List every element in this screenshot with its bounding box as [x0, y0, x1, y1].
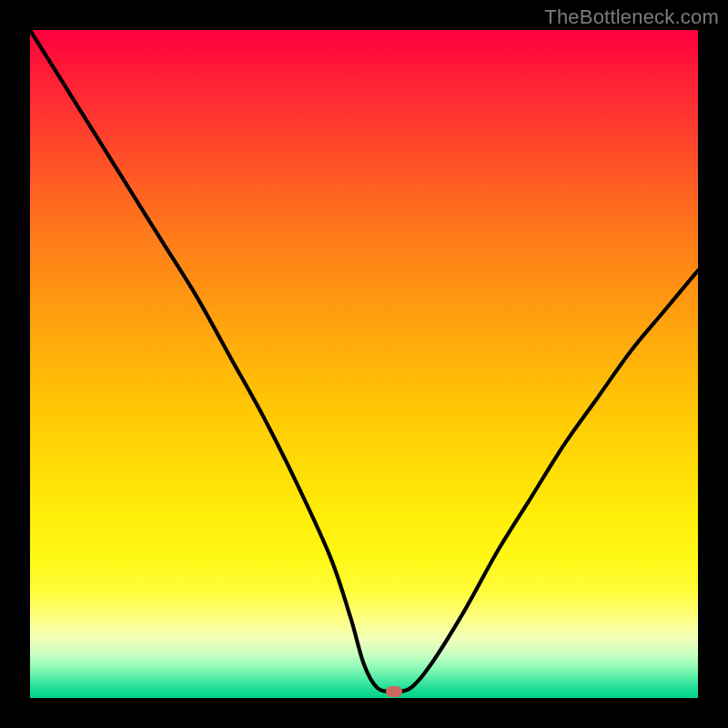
chart-frame: TheBottleneck.com	[0, 0, 728, 728]
watermark-text: TheBottleneck.com	[544, 5, 719, 29]
optimal-point-marker	[386, 686, 402, 697]
plot-area	[30, 30, 698, 698]
bottleneck-curve	[30, 30, 698, 698]
